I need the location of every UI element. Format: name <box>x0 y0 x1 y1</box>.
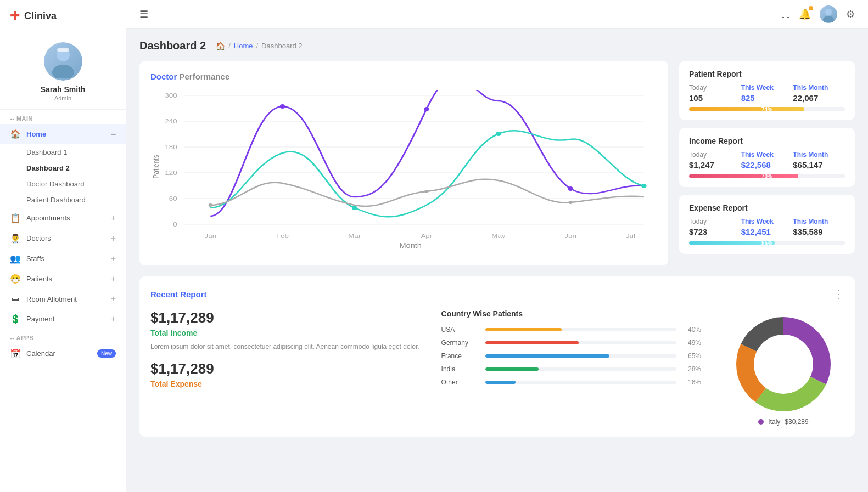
room-icon: 🛏 <box>10 294 21 304</box>
total-income-label: Total Income <box>150 329 419 337</box>
profile-role: Admin <box>54 95 71 101</box>
patient-report-card: Patient Report Today 105 This Week 825 T… <box>679 61 855 120</box>
income-today-label: Today <box>689 151 741 159</box>
svg-text:180: 180 <box>165 144 177 151</box>
svg-text:Jul: Jul <box>626 233 635 240</box>
country-pct-india: 28% <box>682 365 701 373</box>
country-name-other: Other <box>441 378 480 386</box>
avatar <box>44 42 82 81</box>
country-name-india: India <box>441 365 480 373</box>
more-options-icon[interactable]: ⋮ <box>833 287 844 301</box>
expense-report-title: Expense Report <box>689 203 845 212</box>
doctors-label: Doctors <box>26 234 51 242</box>
legend-value-italy: $30,289 <box>785 418 808 426</box>
income-report-title: Income Report <box>689 137 845 145</box>
total-expense-amount: $1,17,289 <box>150 360 419 377</box>
chart-container: 300 240 180 120 60 0 Jan Feb Mar Apr May… <box>150 90 657 255</box>
patient-today-label: Today <box>689 84 741 92</box>
sidebar-item-appointments[interactable]: 📋 Appointments + <box>0 208 126 228</box>
legend-dot-italy <box>758 419 764 425</box>
main-area: ☰ ⛶ 🔔 ⚙ Dashboard 2 🏠 / Home / <box>126 0 868 492</box>
fullscreen-icon[interactable]: ⛶ <box>781 9 790 19</box>
hamburger-icon[interactable]: ☰ <box>139 8 148 20</box>
expense-today-value: $723 <box>689 227 741 236</box>
income-week-value: $22,568 <box>741 160 793 169</box>
country-row-germany: Germany 49% <box>441 339 701 347</box>
income-progress-label: 70% <box>761 174 772 178</box>
home-icon: 🏠 <box>10 129 21 139</box>
sidebar-item-staffs[interactable]: 👥 Staffs + <box>0 248 126 269</box>
sidebar-item-doctors[interactable]: 👨‍⚕️ Doctors + <box>0 228 126 248</box>
expense-progress-bg: 55% <box>689 241 845 245</box>
country-row-other: Other 16% <box>441 378 701 386</box>
svg-point-26 <box>280 104 285 109</box>
breadcrumb-home-icon[interactable]: 🏠 <box>216 42 225 50</box>
sidebar-item-dashboard2[interactable]: Dashboard 2 <box>26 160 126 176</box>
nav: -- MAIN 🏠 Home − Dashboard 1 Dashboard 2… <box>0 110 126 492</box>
breadcrumb-sep1: / <box>228 42 231 50</box>
income-month-col: This Month $65,147 <box>793 151 845 169</box>
country-row-india: India 28% <box>441 365 701 373</box>
country-pct-germany: 49% <box>682 339 701 347</box>
sidebar-item-payment[interactable]: 💲 Payment + <box>0 309 126 329</box>
breadcrumb-sep2: / <box>256 42 258 50</box>
country-row-france: France 65% <box>441 352 701 360</box>
topbar-avatar[interactable] <box>820 5 837 23</box>
sidebar-item-doctor-dashboard[interactable]: Doctor Dashboard <box>26 176 126 192</box>
appointments-icon: 📋 <box>10 213 21 223</box>
settings-icon[interactable]: ⚙ <box>846 8 855 20</box>
total-income-amount: $1,17,289 <box>150 309 419 326</box>
calendar-icon: 📅 <box>10 348 21 359</box>
page-title: Dashboard 2 <box>139 39 206 52</box>
patient-month-label: This Month <box>793 84 845 92</box>
appointments-plus-icon: + <box>111 213 116 223</box>
income-today-col: Today $1,247 <box>689 151 741 169</box>
payment-icon: 💲 <box>10 314 21 324</box>
patient-week-col: This Week 825 <box>741 84 793 103</box>
country-pct-usa: 40% <box>682 326 701 333</box>
svg-text:Mar: Mar <box>348 233 361 240</box>
sidebar-item-home[interactable]: 🏠 Home − <box>0 124 126 144</box>
country-name-france: France <box>441 352 480 360</box>
svg-text:May: May <box>491 233 506 240</box>
income-expense-section: $1,17,289 Total Income Lorem ipsum dolor… <box>150 309 419 426</box>
svg-point-29 <box>352 206 357 210</box>
sidebar-item-patients[interactable]: 😷 Patients + <box>0 269 126 289</box>
patient-progress-bg: 74% <box>689 107 845 111</box>
top-row: Doctor Performance 300 240 180 <box>139 61 855 265</box>
country-bar-bg-france <box>485 354 676 358</box>
country-bar-india <box>485 367 539 371</box>
expense-today-label: Today <box>689 218 741 225</box>
sidebar-item-room-allotment[interactable]: 🛏 Room Allotment + <box>0 289 126 309</box>
topbar: ☰ ⛶ 🔔 ⚙ <box>126 0 868 29</box>
main-section-label: -- MAIN <box>0 110 126 124</box>
svg-text:120: 120 <box>165 169 177 177</box>
breadcrumb-home-link[interactable]: Home <box>234 42 253 50</box>
patient-week-value: 825 <box>741 93 793 103</box>
patients-label: Patients <box>26 275 52 283</box>
income-progress-fill <box>689 174 798 178</box>
country-name-germany: Germany <box>441 339 480 347</box>
country-row-usa: USA 40% <box>441 326 701 333</box>
patients-plus-icon: + <box>111 274 116 284</box>
notification-icon[interactable]: 🔔 <box>799 8 811 20</box>
income-report-row: Today $1,247 This Week $22,568 This Mont… <box>689 151 845 169</box>
country-bar-bg-other <box>485 381 676 384</box>
home-subnav: Dashboard 1 Dashboard 2 Doctor Dashboard… <box>0 144 126 208</box>
svg-rect-2 <box>57 48 69 52</box>
sidebar-item-calendar[interactable]: 📅 Calendar New <box>0 343 126 364</box>
total-expense-label: Total Expense <box>150 380 419 388</box>
svg-point-32 <box>209 203 212 207</box>
country-pct-other: 16% <box>682 378 701 386</box>
logo[interactable]: ✚ Cliniva <box>0 0 126 32</box>
staffs-label: Staffs <box>26 255 44 263</box>
svg-text:Month: Month <box>399 242 421 249</box>
donut-legend: Italy $30,289 <box>758 418 808 426</box>
calendar-badge: New <box>97 349 116 358</box>
expense-month-label: This Month <box>793 218 845 225</box>
sidebar-item-patient-dashboard[interactable]: Patient Dashboard <box>26 192 126 208</box>
breadcrumb-current: Dashboard 2 <box>261 42 302 50</box>
country-chart-section: Country Wise Patients USA 40% Germany <box>436 309 707 426</box>
country-bar-bg-usa <box>485 328 676 331</box>
sidebar-item-dashboard1[interactable]: Dashboard 1 <box>26 144 126 160</box>
